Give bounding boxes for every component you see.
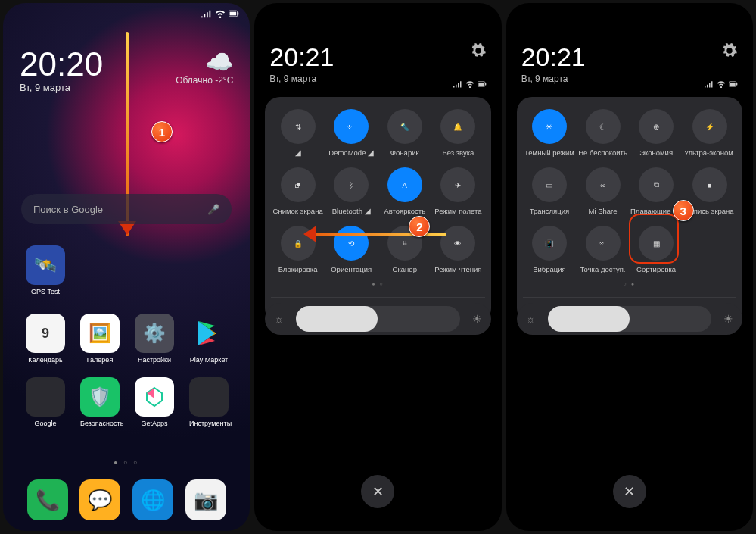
app-play-store[interactable]: Play Маркет: [189, 314, 229, 364]
battery-icon: [229, 9, 239, 18]
battery-icon: [729, 80, 738, 88]
search-placeholder: Поиск в Google: [33, 204, 103, 215]
torch-icon: 🔦: [387, 109, 422, 144]
dnd-icon: ☾: [586, 109, 621, 144]
wifi-icon: [717, 80, 726, 88]
qs-tile-dnd[interactable]: ☾ Не беспокоить: [576, 109, 630, 157]
phone-home: 20:20 Вт, 9 марта ☁️ Облачно -2°C 1 Поис…: [3, 3, 250, 531]
qs-tile-shot[interactable]: ⮻ Снимок экрана: [271, 167, 325, 215]
svg-rect-7: [730, 83, 735, 86]
svg-rect-2: [238, 12, 239, 14]
brightness-slider[interactable]: ☼ ☀: [517, 303, 742, 335]
panel-date: Вт, 9 марта: [521, 73, 586, 84]
app-getapps[interactable]: GetApps: [135, 377, 174, 427]
quick-settings-panel: ⇅ ◢ᯤ DemoMode ◢🔦 Фонарик🔔 Без звука⮻ Сни…: [265, 97, 490, 323]
app-gallery[interactable]: 🖼️Галерея: [80, 314, 120, 364]
shot-icon: ⮻: [281, 167, 316, 202]
page-indicator: ● ○ ○: [3, 459, 250, 466]
brightness-low-icon: ☼: [268, 313, 290, 325]
svg-rect-1: [230, 12, 237, 16]
brightness-high-icon: ☀: [717, 313, 739, 325]
qs-tile-hotspot[interactable]: ᯤ Точка доступ.: [576, 226, 630, 273]
cast-icon: ▭: [532, 167, 567, 202]
status-bar: [201, 9, 239, 18]
panel-header: 20:21 Вт, 9 марта: [269, 42, 486, 84]
app-settings[interactable]: ⚙️Настройки: [135, 314, 174, 364]
panel-header: 20:21 Вт, 9 марта: [521, 42, 738, 84]
annotation-badge-3: 3: [673, 200, 694, 221]
autobri-icon: A: [387, 167, 422, 202]
phone-quicksettings-page2: 20:21 Вт, 9 марта ☀ Темный режим☾ Не бес…: [506, 3, 753, 531]
phone-quicksettings-page1: 20:21 Вт, 9 марта ⇅ ◢ᯤ DemoMode ◢🔦 Фонар…: [254, 3, 501, 531]
vibro-icon: 📳: [532, 226, 567, 261]
annotation-highlight-sort: [629, 214, 679, 264]
panel-time: 20:21: [269, 42, 334, 72]
qs-tile-airplane[interactable]: ✈ Режим полета: [431, 167, 485, 215]
app-folder-tools[interactable]: Инструменты: [189, 377, 229, 427]
airplane-icon: ✈: [440, 167, 475, 202]
qs-tile-mute[interactable]: 🔔 Без звука: [431, 109, 485, 157]
dock-camera[interactable]: 📷: [185, 479, 226, 520]
dock-browser[interactable]: 🌐: [132, 479, 173, 520]
rec-icon: ■: [692, 167, 727, 202]
annotation-badge-1: 1: [151, 121, 173, 142]
qs-page-dots: ● ○: [271, 281, 484, 286]
signal-icon: [201, 9, 212, 18]
orient-icon: ⟲: [334, 226, 369, 261]
svg-rect-8: [736, 83, 737, 86]
hotspot-icon: ᯤ: [586, 226, 621, 261]
settings-icon[interactable]: [721, 42, 738, 59]
quick-settings-panel: ☀ Темный режим☾ Не беспокоить⊕ Экономия⚡…: [517, 97, 742, 323]
qs-tile-saver[interactable]: ⊕ Экономия: [630, 109, 683, 157]
saver-icon: ⊕: [639, 109, 674, 144]
app-folder-google[interactable]: Google: [26, 377, 65, 427]
qs-tile-wifi[interactable]: ᯤ DemoMode ◢: [325, 109, 378, 157]
dock: 📞 💬 🌐 📷: [3, 479, 250, 520]
qs-tile-dark[interactable]: ☀ Темный режим: [523, 109, 577, 157]
data-icon: ⇅: [281, 109, 316, 144]
qs-tile-cast[interactable]: ▭ Трансляция: [523, 167, 577, 215]
battery-icon: [478, 80, 487, 88]
wifi-icon: [465, 80, 474, 88]
brightness-high-icon: ☀: [466, 313, 488, 325]
qs-tile-torch[interactable]: 🔦 Фонарик: [378, 109, 431, 157]
bt-icon: ᛒ: [334, 167, 369, 202]
mini-status-icons: [705, 80, 738, 88]
weather-widget[interactable]: ☁️ Облачно -2°C: [176, 48, 233, 86]
mini-status-icons: [453, 80, 487, 88]
qs-tile-ultra[interactable]: ⚡ Ультра-эконом.: [683, 109, 736, 157]
signal-icon: [705, 80, 714, 88]
wifi-icon: ᯤ: [334, 109, 369, 144]
clock-date: Вт, 9 марта: [20, 82, 70, 93]
wifi-icon: [215, 9, 226, 18]
read-icon: 👁: [440, 226, 475, 261]
mishare-icon: ∞: [586, 167, 621, 202]
dock-messages[interactable]: 💬: [79, 479, 120, 520]
settings-icon[interactable]: [470, 42, 487, 59]
ultra-icon: ⚡: [692, 109, 727, 144]
qs-tile-autobri[interactable]: A Автояркость: [378, 167, 431, 215]
qs-tile-bt[interactable]: ᛒ Bluetooth ◢: [325, 167, 378, 215]
panel-date: Вт, 9 марта: [269, 73, 334, 84]
qs-tile-mishare[interactable]: ∞ Mi Share: [576, 167, 630, 215]
brightness-slider[interactable]: ☼ ☀: [265, 303, 490, 335]
float-icon: ⧉: [639, 167, 674, 202]
qs-tile-vibro[interactable]: 📳 Вибрация: [523, 226, 577, 273]
svg-rect-4: [478, 83, 484, 86]
weather-icon: ☁️: [176, 48, 233, 75]
qs-page-dots: ○ ●: [523, 281, 736, 286]
qs-tile-data[interactable]: ⇅ ◢: [271, 109, 325, 157]
close-panel-button[interactable]: ✕: [613, 475, 646, 508]
dock-phone[interactable]: 📞: [27, 479, 68, 520]
panel-time: 20:21: [521, 42, 586, 72]
mute-icon: 🔔: [440, 109, 475, 144]
dark-icon: ☀: [532, 109, 567, 144]
search-bar[interactable]: Поиск в Google 🎤: [21, 194, 232, 224]
brightness-low-icon: ☼: [520, 313, 542, 325]
clock-time: 20:20: [20, 45, 103, 83]
app-security[interactable]: 🛡️Безопасность: [80, 377, 120, 427]
app-calendar[interactable]: 9Календарь: [26, 314, 65, 364]
app-gps-test[interactable]: 🛰️GPS Test: [26, 245, 65, 295]
close-panel-button[interactable]: ✕: [361, 475, 394, 508]
mic-icon[interactable]: 🎤: [207, 204, 219, 215]
